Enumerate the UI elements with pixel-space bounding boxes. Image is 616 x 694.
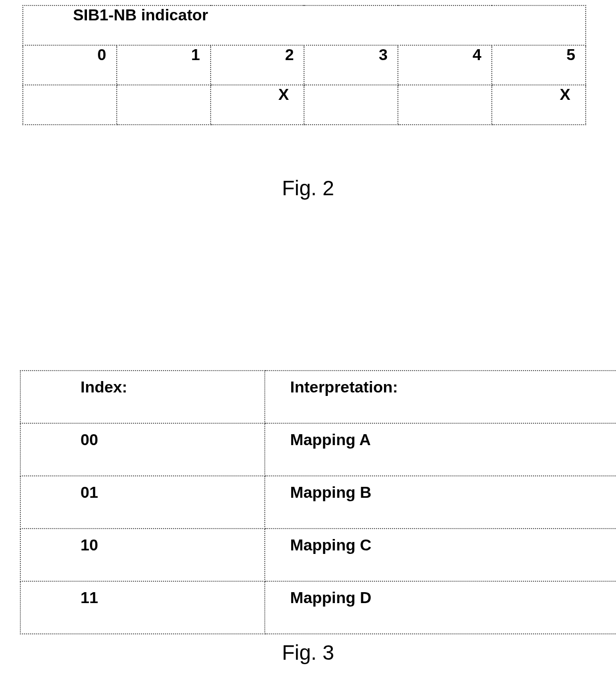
fig3-row2-index: 10: [20, 529, 265, 581]
fig3-table: Index: Interpretation: 00 Mapping A 01 M…: [20, 370, 616, 634]
fig2-caption: Fig. 2: [0, 176, 616, 200]
fig2-table: SIB1-NB indicator 0 1 2 3 4 5 X X: [22, 5, 586, 125]
fig2-mark-0: [23, 85, 117, 125]
fig2-mark-4: [398, 85, 492, 125]
fig3-head-index: Index:: [20, 371, 265, 423]
fig2-header-cell: SIB1-NB indicator: [23, 5, 586, 45]
fig2-mark-1: [117, 85, 211, 125]
fig3-row1-interp: Mapping B: [265, 476, 616, 529]
fig3-row2-interp: Mapping C: [265, 529, 616, 581]
fig2-col-2: 2: [211, 45, 305, 85]
fig2-col-0: 0: [23, 45, 117, 85]
page: SIB1-NB indicator 0 1 2 3 4 5 X X Fig. 2…: [0, 0, 616, 694]
fig3-row1-index: 01: [20, 476, 265, 529]
fig2-col-5: 5: [492, 45, 586, 85]
fig3-head-interp: Interpretation:: [265, 371, 616, 423]
fig2-col-4: 4: [398, 45, 492, 85]
fig2-mark-2: X: [211, 85, 305, 125]
fig2-mark-3: [304, 85, 398, 125]
fig2-col-3: 3: [304, 45, 398, 85]
fig2-col-1: 1: [117, 45, 211, 85]
fig3-row3-index: 11: [20, 581, 265, 634]
fig3-caption: Fig. 3: [0, 641, 616, 665]
fig3-row3-interp: Mapping D: [265, 581, 616, 634]
fig2-mark-5: X: [492, 85, 586, 125]
fig3-row0-interp: Mapping A: [265, 423, 616, 476]
fig3-row0-index: 00: [20, 423, 265, 476]
